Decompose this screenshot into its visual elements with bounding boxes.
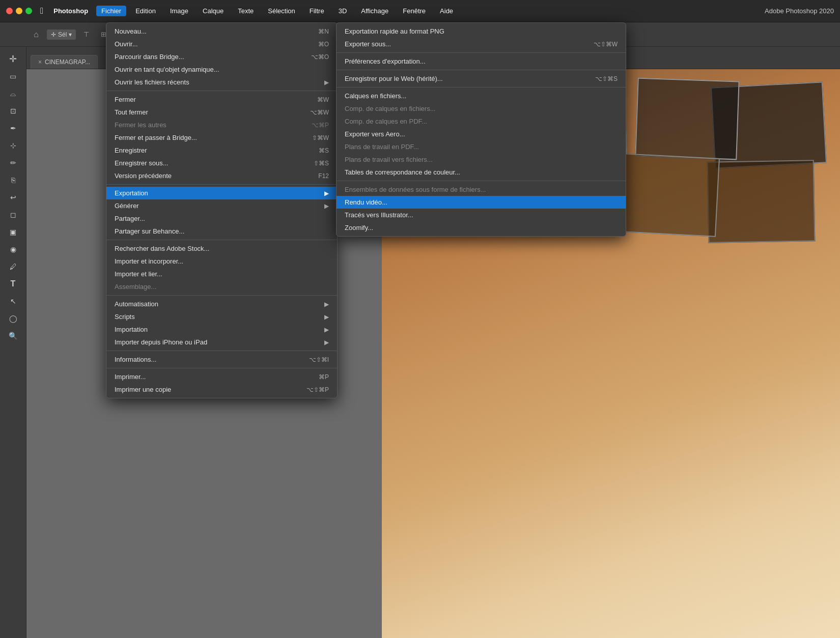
home-icon[interactable]: ⌂ [29, 27, 44, 42]
align-top-icon[interactable]: ⊤ [79, 27, 93, 42]
menu-item-automatisation[interactable]: Automatisation▶ [106, 298, 337, 310]
export-item-enreg-web[interactable]: Enregistrer pour le Web (hérité)...⌥⇧⌘S [337, 72, 626, 85]
menu-item-fermer[interactable]: Fermer⌘W [106, 93, 337, 106]
menu-item-imprimer[interactable]: Imprimer...⌘P [106, 370, 337, 383]
export-item-ensembles: Ensembles de données sous forme de fichi… [337, 183, 626, 196]
menu-item-tout-fermer[interactable]: Tout fermer⌥⌘W [106, 106, 337, 119]
menu-item-partager-behance[interactable]: Partager sur Behance... [106, 225, 337, 238]
menubar-item-aide[interactable]: Aide [435, 6, 458, 16]
close-button[interactable] [6, 8, 13, 14]
export-item-prefs[interactable]: Préférences d'exportation... [337, 55, 626, 68]
menubar-item-fichier[interactable]: Fichier [96, 6, 126, 16]
brush-tool[interactable]: ✏ [4, 155, 22, 171]
menu-item-recent[interactable]: Ouvrir les fichiers récents▶ [106, 76, 337, 89]
menu-item-enregistrer-sous[interactable]: Enregistrer sous...⇧⌘S [106, 157, 337, 169]
menu-item-iphone[interactable]: Importer depuis iPhone ou iPad▶ [106, 336, 337, 349]
zoom-tool[interactable]: 🔍 [4, 328, 22, 344]
move-tool-options[interactable]: ✛ Sél ▾ [47, 30, 76, 40]
text-tool[interactable]: T [4, 276, 22, 292]
export-item-calques-fichiers[interactable]: Calques en fichiers... [337, 90, 626, 102]
menubar-item-filtre[interactable]: Filtre [304, 6, 329, 16]
menubar-item-edition[interactable]: Edition [130, 6, 161, 16]
menubar-item-selection[interactable]: Sélection [263, 6, 300, 16]
export-item-exporter-sous[interactable]: Exporter sous...⌥⇧⌘W [337, 38, 626, 50]
export-item-comp-calques-fichiers: Comp. de calques en fichiers... [337, 102, 626, 115]
export-item-comp-calques-pdf: Comp. de calques en PDF... [337, 115, 626, 128]
left-toolbar: ✛ ▭ ⌓ ⊡ ✒ ⊹ ✏ ⎘ ↩ ◻ ▣ ◉ 🖊 T ↖ ◯ 🔍 [0, 47, 26, 638]
menu-item-bridge[interactable]: Parcourir dans Bridge...⌥⌘O [106, 50, 337, 63]
crop-tool[interactable]: ⊡ [4, 103, 22, 119]
history-brush-tool[interactable]: ↩ [4, 189, 22, 206]
export-item-png[interactable]: Exportation rapide au format PNG [337, 25, 626, 38]
menu-item-objet-dynamique[interactable]: Ouvrir en tant qu'objet dynamique... [106, 63, 337, 76]
menu-item-assemblage: Assemblage... [106, 280, 337, 293]
move-tool[interactable]: ✛ [4, 51, 22, 67]
lasso-tool[interactable]: ⌓ [4, 85, 22, 102]
export-item-aero[interactable]: Exporter vers Aero... [337, 128, 626, 140]
menubar-item-fenetre[interactable]: Fenêtre [398, 6, 431, 16]
menu-item-scripts[interactable]: Scripts▶ [106, 310, 337, 323]
export-item-zoomify[interactable]: Zoomify... [337, 221, 626, 234]
menu-item-ouvrir[interactable]: Ouvrir...⌘O [106, 38, 337, 50]
apple-menu[interactable]:  [40, 6, 43, 16]
menu-item-imprimer-copie[interactable]: Imprimer une copie⌥⇧⌘P [106, 383, 337, 396]
path-selection-tool[interactable]: ↖ [4, 293, 22, 309]
app-title: Adobe Photoshop 2020 [765, 7, 834, 15]
eyedropper-tool[interactable]: ✒ [4, 120, 22, 136]
shape-tool[interactable]: ◯ [4, 310, 22, 327]
menu-item-nouveau[interactable]: Nouveau... ⌘N [106, 25, 337, 38]
export-submenu: Exportation rapide au format PNG Exporte… [336, 22, 626, 237]
pen-tool[interactable]: 🖊 [4, 258, 22, 275]
clone-tool[interactable]: ⎘ [4, 172, 22, 188]
export-item-tables-couleur[interactable]: Tables de correspondance de couleur... [337, 166, 626, 179]
export-item-plans-pdf: Plans de travail en PDF... [337, 140, 626, 153]
menubar-item-calque[interactable]: Calque [198, 6, 229, 16]
menubar-item-affichage[interactable]: Affichage [356, 6, 394, 16]
selection-tool[interactable]: ▭ [4, 68, 22, 84]
menu-item-partager[interactable]: Partager... [106, 212, 337, 225]
menubar-item-3d[interactable]: 3D [333, 6, 352, 16]
menu-item-importer-incorporer[interactable]: Importer et incorporer... [106, 255, 337, 268]
blur-tool[interactable]: ◉ [4, 241, 22, 257]
dropdown-arrow: ▾ [69, 31, 72, 38]
heal-tool[interactable]: ⊹ [4, 137, 22, 154]
menu-item-informations[interactable]: Informations...⌥⇧⌘I [106, 353, 337, 366]
maximize-button[interactable] [25, 8, 32, 14]
menu-item-fermer-autres: Fermer les autres⌥⌘P [106, 119, 337, 131]
document-tab[interactable]: × CINEMAGRAP... [31, 55, 98, 69]
export-item-plans-fichiers: Plans de travail vers fichiers... [337, 153, 626, 166]
export-item-traces[interactable]: Tracés vers Illustrator... [337, 209, 626, 221]
traffic-lights [6, 8, 32, 14]
menu-item-adobe-stock[interactable]: Rechercher dans Adobe Stock... [106, 242, 337, 255]
eraser-tool[interactable]: ◻ [4, 207, 22, 223]
menu-item-exportation[interactable]: Exportation▶ [106, 187, 337, 199]
menu-item-enregistrer[interactable]: Enregistrer⌘S [106, 144, 337, 157]
gradient-tool[interactable]: ▣ [4, 224, 22, 240]
sel-label: Sél [58, 31, 67, 38]
tab-close-btn[interactable]: × [38, 59, 42, 66]
menu-item-generer[interactable]: Générer▶ [106, 199, 337, 212]
menu-item-fermer-bridge[interactable]: Fermer et passer à Bridge...⇧⌘W [106, 131, 337, 144]
fichier-dropdown: Nouveau... ⌘N Ouvrir...⌘O Parcourir dans… [106, 22, 338, 398]
menubar-item-texte[interactable]: Texte [233, 6, 259, 16]
menubar-item-image[interactable]: Image [165, 6, 193, 16]
menubar-item-photoshop[interactable]: Photoshop [49, 6, 92, 16]
minimize-button[interactable] [16, 8, 22, 14]
move-icon: ✛ [51, 31, 56, 38]
menu-item-version-precedente[interactable]: Version précédenteF12 [106, 169, 337, 182]
export-item-rendu-video[interactable]: Rendu vidéo... [337, 196, 626, 209]
menu-item-importer-lier[interactable]: Importer et lier... [106, 268, 337, 280]
menu-item-importation[interactable]: Importation▶ [106, 323, 337, 336]
tab-label: CINEMAGRAP... [45, 59, 90, 66]
